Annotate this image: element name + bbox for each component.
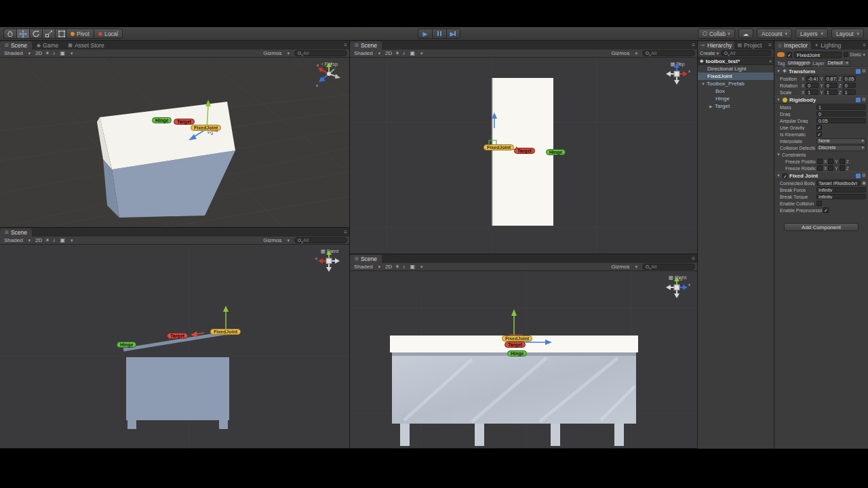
- foldout-closed-icon[interactable]: ▶: [709, 104, 713, 108]
- local-toggle-button[interactable]: Local: [94, 28, 123, 39]
- tab-scene[interactable]: ⊞Scene: [350, 255, 382, 263]
- cloud-button[interactable]: ☁: [738, 28, 754, 39]
- scene-search-input[interactable]: All: [294, 50, 347, 56]
- hierarchy-item-toolbox-prefab[interactable]: ▼Toolbox_Prefab: [698, 80, 774, 87]
- scene-asset-row[interactable]: ◆ toolbox_test* ≡: [698, 58, 774, 65]
- rotation-y-field[interactable]: 0: [825, 83, 837, 89]
- shading-mode-dropdown[interactable]: Shaded▾: [2, 237, 33, 243]
- position-z-field[interactable]: 0.05: [843, 76, 856, 82]
- gizmos-dropdown[interactable]: Gizmos▾: [609, 50, 639, 56]
- help-icon[interactable]: [856, 174, 861, 178]
- hinge-label-pill[interactable]: Hinge: [546, 149, 566, 155]
- mass-field[interactable]: 1: [816, 104, 866, 110]
- fixed-joint-component-header[interactable]: ▼ Fixed Joint ⚙: [774, 171, 868, 180]
- effects-dropdown[interactable]: ▣▾: [408, 264, 425, 270]
- target-label-pill[interactable]: Target: [167, 333, 188, 339]
- shading-mode-dropdown[interactable]: Shaded▾: [2, 50, 33, 56]
- effects-dropdown[interactable]: ▣▾: [58, 50, 75, 56]
- tab-inspector[interactable]: ◎Inspector: [774, 41, 811, 49]
- effects-dropdown[interactable]: ▣▾: [58, 237, 75, 243]
- scene-lighting-icon[interactable]: ☀: [395, 264, 399, 270]
- hierarchy-item-target[interactable]: ▶Target: [698, 102, 774, 110]
- tab-asset-store[interactable]: ▦Asset Store: [63, 41, 109, 49]
- create-button[interactable]: Create ▾: [700, 50, 719, 56]
- gizmos-dropdown[interactable]: Gizmos▾: [261, 50, 292, 56]
- hinge-label-pill[interactable]: Hinge: [507, 350, 527, 357]
- gear-icon[interactable]: ⚙: [862, 97, 866, 102]
- fixedjoint-label-pill[interactable]: FixedJoint: [210, 329, 241, 335]
- hand-tool-icon[interactable]: [3, 28, 16, 39]
- hinge-label-pill[interactable]: Hinge: [152, 117, 172, 123]
- step-button[interactable]: ▶: [446, 28, 460, 39]
- break-force-field[interactable]: Infinity: [816, 187, 866, 193]
- tab-scene[interactable]: ⊞Scene: [0, 228, 32, 237]
- break-torque-field[interactable]: Infinity: [816, 194, 866, 200]
- shading-mode-dropdown[interactable]: Shaded▾: [352, 50, 382, 56]
- hinge-label-pill[interactable]: Hinge: [117, 342, 136, 348]
- gameobject-name-field[interactable]: FixedJoint: [794, 52, 842, 58]
- scene-menu-icon[interactable]: ≡: [769, 59, 772, 64]
- 2d-toggle[interactable]: 2D: [385, 50, 392, 56]
- help-icon[interactable]: [856, 98, 861, 102]
- freeze-pos-y-checkbox[interactable]: [828, 159, 833, 164]
- active-checkbox[interactable]: [787, 52, 792, 58]
- scene-lighting-icon[interactable]: ☀: [45, 237, 50, 243]
- orientation-gizmo-persp[interactable]: y x z ‹ Persp: [314, 60, 345, 67]
- component-enabled-checkbox[interactable]: [783, 174, 787, 178]
- pane-menu-icon[interactable]: ≡: [863, 42, 866, 48]
- target-label-pill[interactable]: Target: [174, 119, 195, 125]
- scene-audio-icon[interactable]: ♪: [53, 237, 56, 243]
- rotate-tool-icon[interactable]: [29, 28, 42, 39]
- layout-dropdown[interactable]: Layout▾: [831, 28, 864, 39]
- orientation-gizmo-front[interactable]: y x ▦ Front: [314, 247, 345, 254]
- collab-button[interactable]: Collab▾: [698, 28, 735, 39]
- scene-audio-icon[interactable]: ♪: [403, 264, 406, 270]
- scene-audio-icon[interactable]: ♪: [53, 50, 56, 56]
- rigidbody-component-header[interactable]: ▼ Rigidbody ⚙: [774, 96, 868, 104]
- scene-search-input[interactable]: All: [642, 264, 695, 270]
- foldout-open-icon[interactable]: ▼: [776, 69, 781, 73]
- scene-viewport-persp[interactable]: Hinge Target FixedJoint y x z: [0, 58, 349, 227]
- scene-search-input[interactable]: All: [642, 50, 695, 56]
- gizmos-dropdown[interactable]: Gizmos▾: [261, 237, 292, 243]
- constraints-foldout[interactable]: ▼Constraints: [774, 151, 868, 158]
- target-label-pill[interactable]: Target: [514, 148, 535, 154]
- scale-tool-icon[interactable]: [42, 28, 55, 39]
- position-y-field[interactable]: 0.873: [825, 76, 837, 82]
- 2d-toggle[interactable]: 2D: [35, 237, 42, 243]
- shading-mode-dropdown[interactable]: Shaded▾: [352, 264, 382, 270]
- rotation-z-field[interactable]: 0: [843, 83, 856, 89]
- 2d-toggle[interactable]: 2D: [35, 50, 42, 56]
- freeze-rot-y-checkbox[interactable]: [828, 165, 833, 171]
- scale-z-field[interactable]: 1: [843, 89, 856, 96]
- play-button[interactable]: ▶: [418, 28, 432, 39]
- hierarchy-item-fixedjoint[interactable]: FixedJoint: [698, 73, 774, 80]
- tab-game[interactable]: ◉Game: [32, 41, 63, 49]
- tab-scene[interactable]: ⊞Scene: [0, 41, 32, 49]
- tag-dropdown[interactable]: Untagged▾: [786, 60, 811, 66]
- layers-dropdown[interactable]: Layers▾: [795, 28, 828, 39]
- pane-menu-icon[interactable]: ≡: [344, 229, 347, 235]
- fixedjoint-label-pill[interactable]: FixedJoint: [484, 144, 514, 150]
- add-component-button[interactable]: Add Component: [784, 223, 859, 231]
- drag-field[interactable]: 0: [816, 111, 866, 117]
- orientation-gizmo-right[interactable]: y z ▦ Right: [662, 274, 693, 281]
- scene-viewport-top[interactable]: FixedJoint Target Hinge z x ▦ Top: [350, 58, 697, 253]
- gear-icon[interactable]: ⚙: [862, 173, 866, 178]
- hierarchy-search-input[interactable]: All: [721, 50, 772, 56]
- tab-project[interactable]: ▤Project: [734, 41, 764, 49]
- transform-component-header[interactable]: ▼ ✚ Transform ⚙: [774, 67, 868, 75]
- scene-search-input[interactable]: All: [294, 237, 347, 243]
- pane-menu-icon[interactable]: ≡: [692, 256, 695, 262]
- tab-scene[interactable]: ⊞Scene: [350, 41, 382, 49]
- orientation-gizmo-top[interactable]: z x ▦ Top: [662, 60, 693, 67]
- enable-collision-checkbox[interactable]: [816, 201, 822, 206]
- freeze-rot-x-checkbox[interactable]: [817, 165, 823, 171]
- collision-detection-dropdown[interactable]: Discrete▾: [816, 145, 866, 151]
- pane-menu-icon[interactable]: ≡: [692, 42, 695, 48]
- scene-viewport-front[interactable]: Hinge Target FixedJoint y x ▦ Front: [0, 245, 349, 448]
- hierarchy-item-box[interactable]: Box: [698, 87, 774, 95]
- foldout-open-icon[interactable]: ▼: [701, 82, 705, 86]
- rotation-x-field[interactable]: 0: [806, 83, 818, 89]
- connected-body-object-field[interactable]: Target (Rigidbody): [816, 180, 861, 186]
